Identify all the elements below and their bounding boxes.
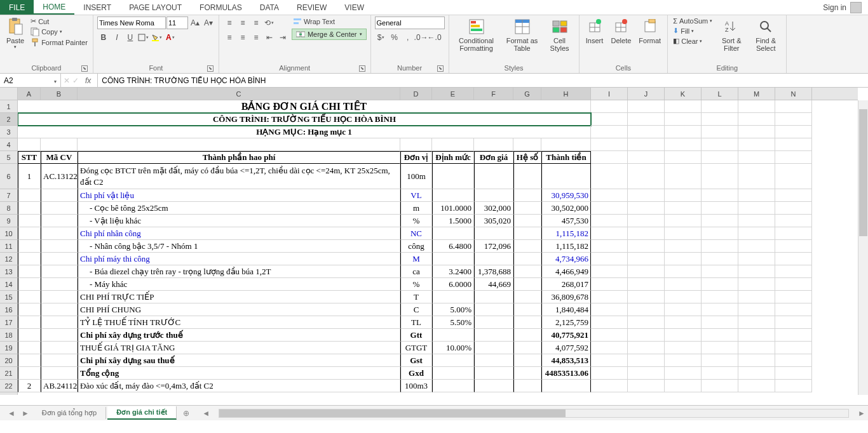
cell-styles-icon — [551, 18, 569, 36]
format-table-button[interactable]: Format as Table — [503, 17, 542, 53]
paintbrush-icon — [31, 38, 39, 47]
alignment-launcher[interactable]: ⬊ — [359, 65, 365, 72]
insert-icon — [586, 18, 604, 36]
row-headers[interactable]: 12345678910111213141516171819202122 — [0, 100, 18, 395]
svg-rect-14 — [471, 21, 476, 23]
autosum-button[interactable]: ΣAutoSum▾ — [672, 17, 714, 25]
cancel-formula-icon[interactable]: ✕ — [64, 76, 70, 85]
ribbon-tabs: FILE HOME INSERT PAGE LAYOUT FORMULAS DA… — [0, 0, 868, 15]
increase-indent-button[interactable]: ⇥ — [276, 31, 289, 44]
name-box[interactable]: A2 — [0, 74, 61, 87]
tab-data[interactable]: DATA — [251, 0, 288, 15]
group-styles: Conditional Formatting Format as Table C… — [449, 15, 580, 73]
conditional-formatting-button[interactable]: Conditional Formatting — [453, 17, 500, 53]
fill-button[interactable]: ⬇Fill▾ — [672, 26, 714, 36]
svg-rect-6 — [34, 42, 36, 46]
tab-insert[interactable]: INSERT — [74, 0, 120, 15]
table-icon — [513, 18, 531, 36]
signin-link[interactable]: Sign in — [817, 0, 868, 15]
merge-center-button[interactable]: Merge & Center▾ — [292, 29, 367, 40]
number-launcher[interactable]: ⬊ — [437, 65, 444, 72]
italic-button[interactable]: I — [111, 31, 123, 44]
sort-filter-button[interactable]: AZSort & Filter — [716, 17, 747, 53]
decrease-font-button[interactable]: A▾ — [202, 17, 215, 29]
formula-input[interactable] — [98, 74, 868, 87]
vertical-scrollbar[interactable] — [858, 100, 868, 395]
format-icon — [641, 18, 659, 36]
font-color-button[interactable]: A — [164, 31, 177, 44]
align-middle-button[interactable]: ≡ — [236, 17, 249, 29]
hscroll-thumb[interactable] — [219, 410, 566, 417]
comma-button[interactable]: , — [402, 31, 414, 44]
tab-pagelayout[interactable]: PAGE LAYOUT — [120, 0, 191, 15]
sum-icon: Σ — [673, 17, 677, 25]
new-sheet-button[interactable]: ⊕ — [178, 409, 194, 418]
tab-home[interactable]: HOME — [34, 0, 74, 15]
increase-font-button[interactable]: A▴ — [189, 17, 201, 29]
vscroll-thumb[interactable] — [859, 109, 867, 236]
decrease-indent-button[interactable]: ⇤ — [263, 31, 276, 44]
svg-point-28 — [596, 19, 601, 24]
format-painter-button[interactable]: Format Painter — [29, 37, 89, 48]
tab-formulas[interactable]: FORMULAS — [191, 0, 251, 15]
sheet-nav-prev[interactable]: ◄ — [5, 409, 18, 418]
clipboard-launcher[interactable]: ⬊ — [81, 65, 88, 72]
align-center-button[interactable]: ≡ — [236, 31, 249, 44]
border-button[interactable] — [137, 31, 150, 44]
svg-rect-2 — [15, 24, 22, 34]
sheet-nav-next[interactable]: ► — [19, 409, 32, 418]
svg-rect-9 — [294, 18, 301, 20]
group-cells: Insert Delete Format Cells — [580, 15, 668, 73]
format-cells-button[interactable]: Format — [636, 17, 663, 46]
ribbon: Paste▾ ✂Cut Copy▾ Format Painter Clipboa… — [0, 15, 868, 74]
svg-text:A: A — [725, 20, 729, 27]
insert-cells-button[interactable]: Insert — [583, 17, 606, 46]
clear-button[interactable]: ◧Clear▾ — [672, 36, 714, 46]
select-all-corner[interactable] — [0, 88, 18, 100]
align-right-button[interactable]: ≡ — [250, 31, 262, 44]
wrap-text-button[interactable]: Wrap Text — [292, 17, 367, 27]
copy-button[interactable]: Copy▾ — [29, 27, 89, 37]
align-left-button[interactable]: ≡ — [223, 31, 236, 44]
sheet-tab-0[interactable]: Đơn giá tổng hợp — [33, 407, 106, 419]
cut-button[interactable]: ✂Cut — [29, 17, 89, 26]
bold-button[interactable]: B — [97, 31, 110, 44]
fill-color-button[interactable] — [151, 31, 163, 44]
svg-rect-5 — [32, 39, 37, 42]
cut-icon: ✂ — [31, 17, 36, 25]
avatar-icon — [850, 2, 862, 13]
svg-text:Z: Z — [725, 27, 729, 33]
enter-formula-icon[interactable]: ✓ — [72, 76, 79, 85]
paste-button[interactable]: Paste▾ — [4, 17, 27, 51]
orientation-button[interactable]: ⟲ — [263, 17, 276, 29]
align-bottom-button[interactable]: ≡ — [250, 17, 262, 29]
group-label-font: Font — [149, 64, 163, 72]
copy-icon — [31, 27, 39, 36]
cell-styles-button[interactable]: Cell Styles — [545, 17, 575, 53]
font-name-select[interactable] — [97, 17, 166, 29]
conditional-formatting-icon — [468, 18, 485, 36]
delete-cells-button[interactable]: Delete — [609, 17, 634, 46]
percent-button[interactable]: % — [388, 31, 401, 44]
cells-area[interactable]: BẢNG ĐƠN GIÁ CHI TIẾTCÔNG TRÌNH: TRƯỜNG … — [18, 100, 858, 395]
fx-icon[interactable]: fx — [81, 76, 95, 85]
horizontal-scrollbar[interactable]: ◄ ► — [200, 406, 868, 420]
svg-rect-15 — [471, 25, 480, 27]
svg-rect-21 — [553, 21, 559, 26]
increase-decimal-button[interactable]: .0→ — [415, 31, 428, 44]
underline-button[interactable]: U — [124, 31, 137, 44]
font-size-select[interactable] — [166, 17, 188, 29]
tab-review[interactable]: REVIEW — [288, 0, 336, 15]
accounting-button[interactable]: $ — [375, 31, 388, 44]
align-top-button[interactable]: ≡ — [223, 17, 236, 29]
font-launcher[interactable]: ⬊ — [207, 65, 214, 72]
decrease-decimal-button[interactable]: ←.0 — [428, 31, 441, 44]
svg-rect-23 — [553, 27, 559, 32]
sheet-tab-1[interactable]: Đơn giá chi tiết — [107, 406, 177, 420]
svg-rect-24 — [560, 27, 567, 32]
number-format-select[interactable] — [375, 17, 445, 29]
tab-view[interactable]: VIEW — [336, 0, 373, 15]
find-select-button[interactable]: Find & Select — [749, 17, 782, 53]
tab-file[interactable]: FILE — [0, 0, 34, 15]
column-headers[interactable]: ABCDEFGHIJKLMN — [18, 88, 858, 100]
